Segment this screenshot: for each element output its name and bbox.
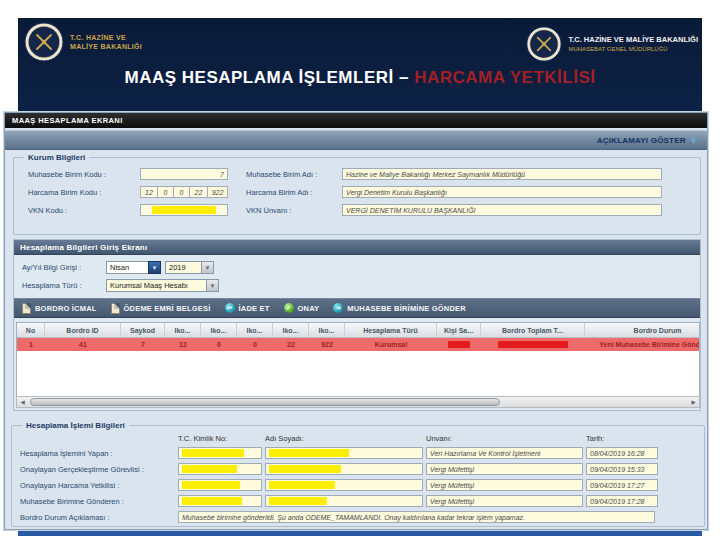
islem-row1-tc-field[interactable] — [178, 447, 262, 459]
harcama-kod-value-4: 22 — [195, 189, 203, 196]
cell-bordro-durum: Yeni Muhasebe Birimine Gönderildi — [585, 338, 700, 351]
cell-bordro-toplam-redacted — [481, 338, 585, 351]
harcama-kod-field-2[interactable]: 0 — [158, 186, 174, 198]
islem-row4-tarih-field[interactable]: 09/04/2019 17:28 — [586, 495, 658, 507]
scroll-right-icon[interactable]: ▶ — [688, 397, 699, 407]
hesaplama-turu-select[interactable]: Kurumsal Maaş Hesabı ▼ — [106, 279, 219, 292]
islem-row3-unvan-field[interactable]: Vergi Müfettişi — [426, 479, 583, 491]
ministry-logo-right: T.C. HAZİNE VE MALİYE BAKANLIĞI MUHASEBA… — [526, 26, 698, 62]
cell-iko3: 0 — [237, 338, 273, 351]
logo-left-text-line1: T.C. HAZİNE VE — [70, 33, 142, 42]
col-iko2[interactable]: Iko... — [201, 323, 237, 337]
scrollbar-thumb[interactable] — [30, 398, 500, 406]
harcama-kod-field-4[interactable]: 22 — [190, 186, 208, 198]
islem-row3-tc-field[interactable] — [178, 479, 262, 491]
hesaplama-turu-dropdown-icon[interactable]: ▼ — [206, 279, 219, 292]
islem-row2-unvan-field[interactable]: Vergi Müfettişi — [426, 463, 583, 475]
muhasebe-birim-adi-field[interactable]: Hazine ve Maliye Bakanlığı Merkez Sayman… — [342, 168, 662, 180]
hesaplama-islemi-legend: Hesaplama İşlemi Bilgileri — [22, 421, 129, 430]
muhasebe-birim-kodu-field[interactable]: 7 — [140, 168, 228, 180]
islem-row2-ad-field[interactable] — [265, 463, 423, 475]
cell-iko1: 12 — [165, 338, 201, 351]
harcama-kod-field-3[interactable]: 0 — [174, 186, 190, 198]
vkn-kodu-label: VKN Kodu : — [28, 206, 140, 215]
col-iko5[interactable]: Iko... — [309, 323, 345, 337]
islem-row3-tarih-value: 09/04/2019 17:27 — [590, 482, 645, 489]
iade-et-button[interactable]: ↩ İADE ET — [225, 303, 270, 313]
bordro-durum-aciklamasi-field[interactable]: Muhasebe birimine gönderildi. Şu anda OD… — [178, 511, 655, 523]
col-hesaplama-turu[interactable]: Hesaplama Türü — [345, 323, 437, 337]
islem-row4-ad-field[interactable] — [265, 495, 423, 507]
muhasebe-birim-adi-label: Muhasebe Birim Adı : — [246, 170, 342, 179]
scrollbar-track[interactable] — [28, 397, 688, 407]
onay-button[interactable]: ✔ ONAY — [284, 303, 320, 313]
harcama-kod-field-5[interactable]: 922 — [208, 186, 228, 198]
app-titlebar: MAAŞ HESAPLAMA EKRANI — [5, 113, 707, 128]
islem-row2-label: Onaylayan Gerçekleştirme Görevlisi : — [20, 465, 175, 474]
chevron-down-icon[interactable]: ∨ — [690, 135, 697, 145]
odeme-emri-belgesi-button[interactable]: ÖDEME EMRİ BELGESİ — [111, 303, 211, 314]
hesaplama-giris-panel: Hesaplama Bilgileri Giriş Ekranı Ay/Yıl … — [13, 239, 701, 411]
cell-iko2: 0 — [201, 338, 237, 351]
year-select[interactable]: 2019 ▼ — [165, 261, 214, 274]
vkn-kodu-field[interactable] — [140, 204, 228, 216]
islem-row1-tarih-field[interactable]: 08/04/2019 16:28 — [586, 447, 658, 459]
scroll-left-icon[interactable]: ◀ — [17, 397, 28, 407]
islem-row3-unvan-value: Vergi Müfettişi — [430, 482, 474, 489]
harcama-kod-field-1[interactable]: 12 — [140, 186, 158, 198]
hesaplama-turu-value[interactable]: Kurumsal Maaş Hesabı — [106, 279, 206, 292]
harcama-birim-adi-field[interactable]: Vergi Denetim Kurulu Başkanlığı — [342, 186, 662, 198]
odeme-emri-label: ÖDEME EMRİ BELGESİ — [124, 304, 211, 313]
islem-row1-ad-field[interactable] — [265, 447, 423, 459]
cell-hesaplama-turu: Kurumsal — [345, 338, 437, 351]
table-row[interactable]: 1 41 7 12 0 0 22 922 Kurumsal Yeni Muhas… — [17, 338, 700, 351]
islem-row1-unvan-field[interactable]: Veri Hazırlama Ve Kontrol İşletmeni — [426, 447, 583, 459]
vkn-unvani-field[interactable]: VERGİ DENETİM KURULU BAŞKANLIĞI — [342, 204, 662, 216]
col-iko4[interactable]: Iko... — [273, 323, 309, 337]
col-iko1[interactable]: Iko... — [165, 323, 201, 337]
islem-row3-ad-field[interactable] — [265, 479, 423, 491]
slide-title: MAAŞ HESAPLAMA İŞLEMLERİ – HARCAMA YETKİ… — [18, 68, 702, 88]
islem-row3-tarih-field[interactable]: 09/04/2019 17:27 — [586, 479, 658, 491]
islem-row4-tc-field[interactable] — [178, 495, 262, 507]
islem-row2-unvan-value: Vergi Müfettişi — [430, 466, 474, 473]
year-dropdown-icon[interactable]: ▼ — [201, 261, 214, 274]
year-value[interactable]: 2019 — [165, 261, 201, 274]
col-bordro-durum[interactable]: Bordro Durum — [585, 323, 700, 337]
cell-kisi-sayisi-redacted — [437, 338, 481, 351]
ay-yil-label: Ay/Yıl Bilgi Girişi : — [22, 263, 102, 272]
logo-left-text-line2: MALİYE BAKANLIĞI — [70, 42, 142, 51]
tc-kimlik-no-header: T.C. Kimlik No: — [178, 434, 262, 443]
cell-iko4: 22 — [273, 338, 309, 351]
app-window: MAAŞ HESAPLAMA EKRANI AÇIKLAMAYI GÖSTER … — [4, 112, 708, 530]
muhasebe-birim-kodu-label: Muhasebe Birim Kodu : — [28, 170, 140, 179]
muhasebe-birim-adi-value: Hazine ve Maliye Bakanlığı Merkez Sayman… — [346, 171, 525, 178]
vkn-unvani-value: VERGİ DENETİM KURULU BAŞKANLIĞI — [346, 207, 476, 214]
islem-row2-tc-field[interactable] — [178, 463, 262, 475]
month-value[interactable]: Nisan — [106, 261, 148, 274]
toggle-description-bar[interactable]: AÇIKLAMAYI GÖSTER ∨ — [5, 130, 707, 150]
adi-soyadi-header: Adı Soyadı: — [265, 434, 423, 443]
toggle-description-label[interactable]: AÇIKLAMAYI GÖSTER — [597, 136, 686, 145]
col-bordro-id[interactable]: Bordro ID — [45, 323, 121, 337]
month-dropdown-icon[interactable]: ▼ — [148, 261, 161, 274]
slide-title-accent: HARCAMA YETKİLİSİ — [414, 68, 595, 87]
ministry-logo-left: T.C. HAZİNE VE MALİYE BAKANLIĞI — [24, 22, 142, 62]
islem-row2-tarih-field[interactable]: 09/04/2019 15:33 — [586, 463, 658, 475]
send-arrow-icon: ➜ — [333, 303, 343, 313]
document-icon — [111, 303, 120, 314]
col-kisi-sayisi[interactable]: Kişi Sa... — [437, 323, 481, 337]
col-saykod[interactable]: Saykod — [121, 323, 165, 337]
month-select[interactable]: Nisan ▼ — [106, 261, 161, 274]
col-iko3[interactable]: Iko... — [237, 323, 273, 337]
hesaplama-giris-header: Hesaplama Bilgileri Giriş Ekranı — [14, 240, 700, 255]
islem-row4-unvan-field[interactable]: Vergi Müfettişi — [426, 495, 583, 507]
kurum-bilgileri-legend: Kurum Bilgileri — [24, 153, 89, 162]
horizontal-scrollbar[interactable]: ◀ ▶ — [16, 396, 700, 408]
bordro-icmal-button[interactable]: BORDRO İCMAL — [22, 303, 97, 314]
col-bordro-toplam[interactable]: Bordro Toplam T... — [481, 323, 585, 337]
bordro-icmal-label: BORDRO İCMAL — [35, 304, 97, 313]
muhasebe-gonder-button[interactable]: ➜ MUHASEBE BİRİMİNE GÖNDER — [333, 303, 466, 313]
harcama-kod-value-5: 922 — [212, 189, 224, 196]
col-no[interactable]: No — [17, 323, 45, 337]
